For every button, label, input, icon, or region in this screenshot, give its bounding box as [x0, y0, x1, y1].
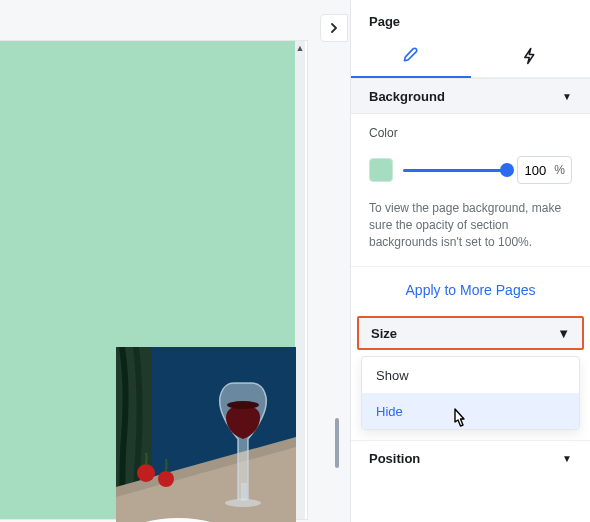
svg-rect-10 — [241, 483, 247, 501]
slider-track — [403, 169, 507, 172]
caret-down-icon: ▼ — [562, 91, 572, 102]
opacity-unit: % — [552, 163, 571, 177]
canvas-image-svg — [116, 347, 296, 522]
tab-design[interactable] — [351, 39, 471, 77]
svg-point-8 — [158, 471, 174, 487]
apply-to-more-pages-link[interactable]: Apply to More Pages — [406, 282, 536, 298]
panel-resize-indicator[interactable] — [335, 418, 339, 468]
panel-title: Page — [351, 0, 590, 39]
section-background[interactable]: Background ▼ — [351, 78, 590, 114]
apply-link-row: Apply to More Pages — [351, 266, 590, 312]
section-size[interactable]: Size ▼ — [357, 316, 584, 350]
color-row: 100 % — [369, 156, 572, 184]
panel-tabs — [351, 39, 590, 78]
opacity-value: 100 — [518, 163, 552, 178]
size-dropdown: Show Hide — [361, 356, 580, 430]
svg-point-7 — [137, 464, 155, 482]
opacity-slider[interactable] — [403, 160, 507, 180]
slider-thumb[interactable] — [500, 163, 514, 177]
section-background-label: Background — [369, 89, 445, 104]
lightning-icon — [521, 46, 539, 70]
chevron-right-icon — [329, 20, 339, 36]
vertical-scrollbar[interactable]: ▲ — [295, 41, 305, 519]
brush-icon — [401, 46, 421, 70]
background-hint: To view the page background, make sure t… — [369, 200, 572, 250]
opacity-input-box[interactable]: 100 % — [517, 156, 572, 184]
caret-down-icon: ▼ — [562, 453, 572, 464]
canvas-area: ▲ — [0, 40, 308, 520]
tab-actions[interactable] — [471, 39, 591, 77]
canvas-image — [116, 347, 296, 522]
background-body: Color 100 % To view the page background,… — [351, 114, 590, 266]
color-swatch[interactable] — [369, 158, 393, 182]
inspector-panel: Page Background ▼ Color — [350, 0, 590, 522]
section-position[interactable]: Position ▼ — [351, 440, 590, 476]
size-option-hide[interactable]: Hide — [362, 393, 579, 429]
panel-collapse-button[interactable] — [320, 14, 348, 42]
caret-down-icon: ▼ — [557, 326, 570, 341]
size-option-show[interactable]: Show — [362, 357, 579, 393]
section-position-label: Position — [369, 451, 420, 466]
color-label: Color — [369, 126, 572, 140]
svg-point-11 — [227, 401, 259, 409]
section-size-label: Size — [371, 326, 397, 341]
scroll-up-arrow-icon[interactable]: ▲ — [296, 41, 305, 53]
